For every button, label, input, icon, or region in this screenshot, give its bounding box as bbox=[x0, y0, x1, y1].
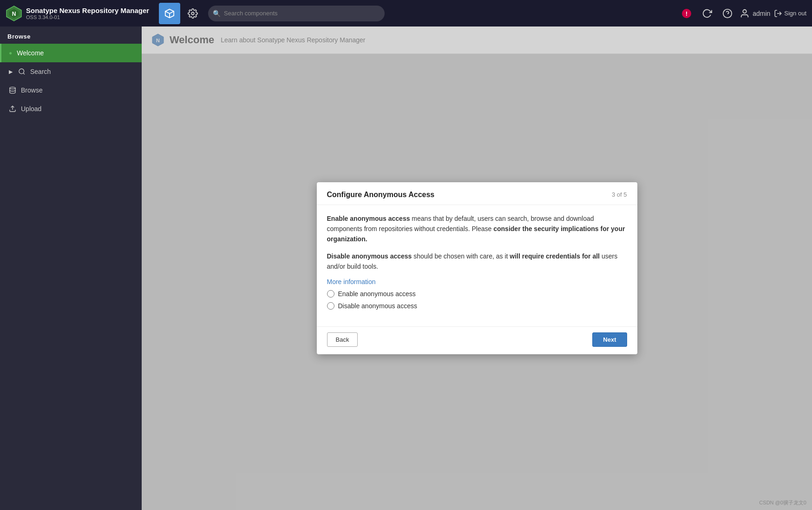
svg-point-12 bbox=[743, 9, 746, 13]
settings-nav-button[interactable] bbox=[182, 3, 203, 24]
circle-icon: ● bbox=[9, 50, 12, 56]
topbar-right: ! admin bbox=[678, 5, 806, 22]
chevron-right-icon: ▶ bbox=[9, 69, 13, 75]
modal-step: 3 of 5 bbox=[612, 191, 627, 198]
user-label: admin bbox=[753, 10, 770, 17]
app-title: Sonatype Nexus Repository Manager bbox=[26, 7, 149, 14]
upload-icon bbox=[9, 105, 16, 113]
app-version: OSS 3.34.0-01 bbox=[26, 14, 149, 20]
modal-para1-pre: Enable anonymous access bbox=[327, 215, 410, 222]
svg-point-16 bbox=[10, 87, 15, 89]
svg-text:N: N bbox=[12, 11, 16, 17]
main-content: N Welcome Learn about Sonatype Nexus Rep… bbox=[142, 26, 812, 510]
svg-point-7 bbox=[191, 12, 194, 15]
modal-header: Configure Anonymous Access 3 of 5 bbox=[317, 182, 637, 205]
nexus-logo-icon: N bbox=[6, 5, 22, 22]
refresh-icon[interactable] bbox=[699, 5, 715, 22]
sidebar-item-search[interactable]: ▶ Search bbox=[0, 62, 142, 81]
sidebar-item-upload[interactable]: Upload bbox=[0, 99, 142, 118]
sidebar-item-welcome-label: Welcome bbox=[17, 49, 44, 57]
radio-enable-input[interactable] bbox=[327, 290, 334, 298]
sidebar-item-upload-label: Upload bbox=[21, 105, 41, 113]
search-input[interactable] bbox=[208, 6, 385, 21]
svg-text:!: ! bbox=[686, 10, 688, 17]
radio-disable-input[interactable] bbox=[327, 302, 334, 310]
radio-group: Enable anonymous access Disable anonymou… bbox=[327, 290, 627, 310]
sidebar-item-search-label: Search bbox=[30, 68, 51, 75]
watermark: CSDN @0骥子龙文0 bbox=[759, 499, 806, 506]
back-button[interactable]: Back bbox=[327, 332, 358, 347]
radio-disable-label[interactable]: Disable anonymous access bbox=[338, 302, 417, 310]
modal-overlay: Configure Anonymous Access 3 of 5 Enable… bbox=[142, 26, 812, 510]
svg-point-14 bbox=[19, 69, 24, 74]
sidebar-item-welcome[interactable]: ● Welcome bbox=[0, 44, 142, 62]
topbar: N Sonatype Nexus Repository Manager OSS … bbox=[0, 0, 812, 26]
sidebar: Browse ● Welcome ▶ Search Browse Upload bbox=[0, 26, 142, 510]
sidebar-item-browse-label: Browse bbox=[21, 86, 43, 94]
alert-icon[interactable]: ! bbox=[678, 5, 695, 22]
topbar-nav-icons bbox=[159, 3, 203, 24]
signout-section[interactable]: Sign out bbox=[774, 9, 806, 18]
signout-icon bbox=[774, 9, 782, 18]
search-icon: 🔍 bbox=[213, 10, 221, 17]
svg-line-5 bbox=[170, 11, 174, 13]
svg-line-15 bbox=[23, 73, 25, 74]
modal-para2-post: should be chosen with care, as it bbox=[412, 252, 510, 260]
gear-icon bbox=[188, 8, 198, 19]
signout-label: Sign out bbox=[784, 10, 806, 17]
modal-para2-bold: will require credentials for all bbox=[510, 252, 600, 260]
modal-para2-pre: Disable anonymous access bbox=[327, 252, 412, 260]
alert-bell-icon: ! bbox=[681, 8, 692, 19]
modal-body: Enable anonymous access means that by de… bbox=[317, 205, 637, 327]
sidebar-item-browse[interactable]: Browse bbox=[0, 81, 142, 99]
more-info-link[interactable]: More information bbox=[327, 278, 376, 285]
sidebar-section-title: Browse bbox=[0, 26, 142, 44]
radio-disable-item[interactable]: Disable anonymous access bbox=[327, 302, 627, 310]
modal-para2: Disable anonymous access should be chose… bbox=[327, 251, 627, 272]
user-section[interactable]: admin bbox=[740, 8, 770, 19]
search-icon bbox=[18, 68, 26, 75]
cube-icon bbox=[164, 8, 175, 19]
user-icon bbox=[740, 8, 750, 19]
svg-line-6 bbox=[165, 11, 170, 13]
radio-enable-item[interactable]: Enable anonymous access bbox=[327, 290, 627, 298]
modal-dialog: Configure Anonymous Access 3 of 5 Enable… bbox=[317, 182, 637, 355]
app-logo: N Sonatype Nexus Repository Manager OSS … bbox=[6, 5, 154, 22]
browse-nav-button[interactable] bbox=[159, 3, 180, 24]
search-bar: 🔍 bbox=[208, 6, 385, 21]
next-button[interactable]: Next bbox=[592, 332, 627, 347]
help-icon[interactable] bbox=[719, 5, 736, 22]
modal-footer: Back Next bbox=[317, 326, 637, 354]
modal-title: Configure Anonymous Access bbox=[327, 191, 435, 199]
modal-para1: Enable anonymous access means that by de… bbox=[327, 213, 627, 245]
database-icon bbox=[9, 86, 16, 94]
radio-enable-label[interactable]: Enable anonymous access bbox=[338, 290, 416, 298]
